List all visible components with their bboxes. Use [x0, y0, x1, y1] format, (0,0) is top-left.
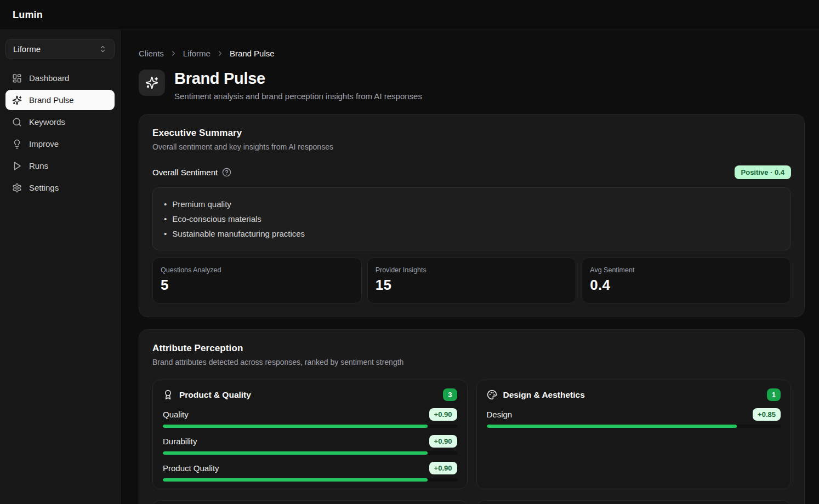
app-logo[interactable]: Lumin [13, 9, 43, 21]
stat-value: 5 [161, 277, 354, 294]
sentiment-bar-fill [163, 478, 428, 482]
attribute-perception-card: Attribute Perception Brand attributes de… [139, 329, 805, 504]
breadcrumb-clients[interactable]: Clients [139, 49, 164, 58]
page-header: Brand Pulse Sentiment analysis and brand… [139, 70, 805, 101]
client-selector-value: Liforme [13, 44, 41, 54]
sparkles-icon [12, 95, 22, 105]
sidebar-item-keywords[interactable]: Keywords [5, 112, 115, 132]
attribute-group-name: Design & Aesthetics [503, 390, 767, 400]
page-subtitle: Sentiment analysis and brand perception … [174, 91, 422, 101]
bullet-dot: • [164, 228, 167, 239]
executive-summary-title: Executive Summary [152, 128, 791, 139]
search-icon [12, 117, 22, 127]
breadcrumb-brand-pulse: Brand Pulse [230, 49, 275, 58]
sidebar-item-label: Brand Pulse [29, 95, 74, 105]
gear-icon [12, 183, 22, 193]
topbar: Lumin [0, 0, 819, 30]
sidebar-item-label: Settings [29, 183, 59, 192]
help-circle-icon[interactable] [222, 168, 231, 177]
stat-label: Provider Insights [376, 266, 568, 274]
insight-item: • Premium quality [164, 197, 780, 211]
stat-value: 0.4 [590, 277, 783, 294]
sidebar-item-brand-pulse[interactable]: Brand Pulse [5, 90, 115, 110]
key-insights-panel: • Premium quality • Eco-conscious materi… [152, 187, 791, 250]
insight-text: Eco-conscious materials [172, 214, 261, 224]
stat-provider-insights: Provider Insights 15 [367, 257, 577, 303]
attribute-group-name: Product & Quality [179, 390, 443, 400]
stat-label: Questions Analyzed [161, 266, 354, 274]
lightbulb-icon [12, 139, 22, 149]
sentiment-bar-fill [487, 425, 737, 428]
breadcrumb: Clients Liforme Brand Pulse [139, 49, 805, 58]
chevrons-up-down-icon [99, 45, 107, 53]
attribute-row-design: Design +0.85 [487, 408, 781, 428]
sidebar-item-dashboard[interactable]: Dashboard [5, 68, 115, 88]
page-title: Brand Pulse [174, 70, 422, 88]
client-selector[interactable]: Liforme [5, 39, 115, 59]
sentiment-bar-fill [163, 451, 428, 455]
attribute-row-quality: Quality +0.90 [163, 408, 457, 428]
attribute-count-badge: 3 [443, 388, 457, 401]
attribute-group-partial [152, 500, 468, 504]
main-content: Clients Liforme Brand Pulse Brand Pulse … [121, 30, 819, 504]
attribute-label: Product Quality [163, 463, 219, 473]
sidebar-item-improve[interactable]: Improve [5, 134, 115, 154]
attribute-count-badge: 1 [767, 388, 781, 401]
play-icon [12, 161, 22, 171]
stat-questions-analyzed: Questions Analyzed 5 [152, 257, 362, 303]
attribute-score-badge: +0.90 [429, 408, 457, 421]
attribute-score-badge: +0.90 [429, 435, 457, 448]
chevron-right-icon [216, 49, 224, 58]
attribute-label: Quality [163, 410, 189, 419]
chevron-right-icon [169, 49, 178, 58]
sidebar-nav: Dashboard Brand Pulse Keywords Improve R… [5, 68, 115, 198]
attribute-group-design-aesthetics: Design & Aesthetics 1 Design +0.85 [476, 380, 792, 489]
attribute-label: Design [487, 410, 513, 419]
stat-avg-sentiment: Avg Sentiment 0.4 [582, 257, 791, 303]
overall-sentiment-label: Overall Sentiment [152, 168, 218, 177]
attribute-perception-subtitle: Brand attributes detected across respons… [152, 358, 791, 366]
sentiment-bar-track [487, 425, 781, 428]
attribute-row-product-quality: Product Quality +0.90 [163, 462, 457, 482]
sidebar-item-settings[interactable]: Settings [5, 177, 115, 198]
sentiment-bar-track [163, 451, 457, 455]
insight-text: Premium quality [172, 199, 231, 209]
attribute-label: Durability [163, 437, 197, 446]
sidebar-item-label: Runs [29, 161, 48, 170]
sentiment-bar-track [163, 478, 457, 482]
insight-item: • Sustainable manufacturing practices [164, 226, 780, 241]
insight-text: Sustainable manufacturing practices [172, 228, 305, 239]
executive-summary-subtitle: Overall sentiment and key insights from … [152, 142, 791, 151]
attribute-group-partial [476, 500, 792, 504]
attribute-score-badge: +0.90 [429, 462, 457, 474]
attribute-score-badge: +0.85 [753, 408, 781, 421]
sentiment-bar-fill [163, 425, 428, 428]
sentiment-badge: Positive · 0.4 [735, 165, 791, 179]
attribute-group-product-quality: Product & Quality 3 Quality +0.90 Durabi… [152, 380, 468, 489]
insight-item: • Eco-conscious materials [164, 211, 780, 226]
palette-icon [487, 390, 497, 400]
attribute-row-durability: Durability +0.90 [163, 435, 457, 455]
sidebar-item-label: Improve [29, 139, 59, 148]
award-icon [163, 390, 173, 400]
executive-summary-card: Executive Summary Overall sentiment and … [139, 114, 805, 317]
sidebar-item-label: Dashboard [29, 73, 69, 83]
sentiment-bar-track [163, 425, 457, 428]
attribute-groups-grid: Product & Quality 3 Quality +0.90 Durabi… [152, 380, 791, 504]
attribute-perception-title: Attribute Perception [152, 343, 791, 354]
sparkles-icon [139, 70, 165, 96]
stat-value: 15 [376, 277, 568, 294]
bullet-dot: • [164, 214, 167, 224]
summary-stats-row: Questions Analyzed 5 Provider Insights 1… [152, 257, 791, 303]
overall-sentiment-row: Overall Sentiment Positive · 0.4 [152, 165, 791, 179]
sidebar: Liforme Dashboard Brand Pulse Keywords [0, 30, 121, 504]
breadcrumb-liforme[interactable]: Liforme [183, 49, 211, 58]
sidebar-item-runs[interactable]: Runs [5, 156, 115, 176]
stat-label: Avg Sentiment [590, 266, 783, 274]
bullet-dot: • [164, 199, 167, 209]
dashboard-grid-icon [12, 73, 22, 83]
sidebar-item-label: Keywords [29, 117, 65, 127]
